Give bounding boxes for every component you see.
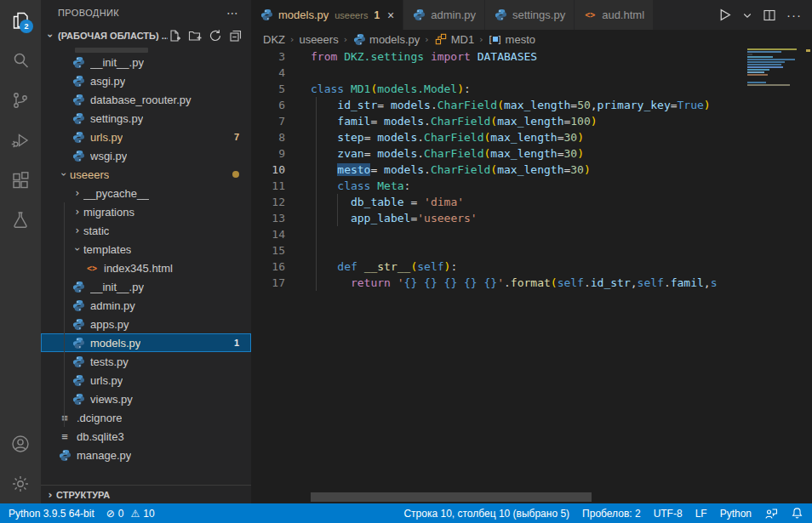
code-line[interactable]: 5class MD1(models.Model): [251,81,747,97]
code-line[interactable]: 13 app_label='useeers' [251,210,747,226]
breadcrumb-item-models-py[interactable]: models.py [352,32,420,46]
account-icon[interactable] [0,424,41,463]
more-actions-icon[interactable]: ⋯ [221,6,244,20]
tree-file-admin-py[interactable]: admin.py [41,296,251,315]
tree-file--dcignore[interactable]: ≡.dcignore [41,408,251,427]
tab-label: aud.html [602,9,644,21]
tab-models-py[interactable]: models.pyuseeers1× [251,0,403,30]
tab-label: admin.py [431,9,476,21]
horizontal-scrollbar[interactable] [311,492,592,502]
run-python-file-icon[interactable] [718,8,732,22]
errors-icon: ⊘ [106,508,115,520]
tree-file-views-py[interactable]: views.py [41,389,251,408]
testing-icon[interactable] [0,200,41,240]
tree-folder-migrations[interactable]: ›migrations [41,202,251,221]
status-indentation[interactable]: Пробелов: 2 [582,508,641,520]
extensions-icon[interactable] [0,160,41,200]
breadcrumb-item-mesto[interactable]: []mesto [489,32,535,46]
tree-file-models-py[interactable]: models.py1 [41,333,251,352]
run-debug-icon[interactable] [0,120,41,160]
tree-folder--pycache-[interactable]: ›__pycache__ [41,184,251,202]
breadcrumb-item-md1[interactable]: MD1 [434,32,474,46]
feedback-icon[interactable] [764,507,778,520]
settings-gear-icon[interactable] [0,463,41,503]
code-line[interactable]: 12 db_table = 'dima' [251,194,747,210]
tree-file-tests-py[interactable]: tests.py [41,352,251,371]
tree-item-badge: 1 [234,338,239,348]
status-encoding[interactable]: UTF-8 [654,508,683,520]
explorer-header: ПРОВОДНИК ⋯ [41,0,251,26]
code-line[interactable]: 3from DKZ.settings import DATABASES [251,48,747,65]
tree-folder-static[interactable]: ›static [41,221,251,240]
code-line[interactable]: 11 class Meta: [251,178,747,194]
status-cursor-position[interactable]: Строка 10, столбец 10 (выбрано 5) [403,508,569,520]
tree-item-label: __pycache__ [83,187,149,200]
tree-file-wsgi-py[interactable]: wsgi.py [41,146,251,165]
tree-file--init-py[interactable]: __init__.py [41,53,251,71]
line-number: 14 [251,226,285,242]
tree-file-apps-py[interactable]: apps.py [41,315,251,333]
explorer-icon[interactable]: 2 [0,0,41,40]
status-python-interpreter[interactable]: Python 3.9.5 64-bit [9,508,94,520]
outline-section-header[interactable]: › СТРУКТУРА [41,485,251,503]
code-line[interactable]: 14 [251,226,747,242]
code-line[interactable]: 10 mesto= models.CharField(max_length=30… [251,162,747,178]
tree-folder-useeers[interactable]: ›useeers [41,165,251,184]
tree-file-urls-py[interactable]: urls.py7 [41,128,251,146]
code-line[interactable]: 7 famil= models.CharField(max_length=100… [251,113,747,129]
code-line[interactable]: 6 id_str= models.CharField(max_length=50… [251,97,747,113]
line-number: 4 [251,65,285,81]
tree-folder-templates[interactable]: ›templates [41,240,251,259]
tree-file-manage-py[interactable]: manage.py [41,446,251,464]
code-line[interactable]: 8 step= models.CharField(max_length=30) [251,129,747,145]
workspace-section-header[interactable]: › (РАБОЧАЯ ОБЛАСТЬ) ... [41,26,251,46]
warnings-icon: ⚠ [130,508,140,520]
code-line[interactable]: 9 zvan= models.CharField(max_length=30) [251,145,747,162]
chevron-right-icon: › [44,489,56,501]
clipped-tree-item [41,46,251,53]
collapse-folders-icon[interactable] [229,29,243,43]
outline-label: СТРУКТУРА [56,490,110,500]
code-editor[interactable]: 3from DKZ.settings import DATABASES45cla… [251,48,747,492]
tab-aud-html[interactable]: <>aud.html [575,0,654,30]
explorer-actions [168,29,243,43]
code-line-text [285,226,311,242]
more-editor-actions-icon[interactable]: ··· [786,8,802,22]
tab-settings-py[interactable]: settings.py [485,0,575,30]
minimap-line [747,82,766,83]
tree-file-index345-html[interactable]: <>index345.html [41,259,251,277]
tree-file-settings-py[interactable]: settings.py [41,109,251,128]
indent-guide [316,97,317,291]
status-problems[interactable]: ⊘0⚠10 [106,508,155,520]
run-dropdown-chevron-icon[interactable] [742,10,752,20]
tree-file-urls-py[interactable]: urls.py [41,371,251,389]
status-language-mode[interactable]: Python [720,508,752,520]
tree-file-db-sqlite3[interactable]: ≡db.sqlite3 [41,427,251,446]
new-file-icon[interactable] [168,29,181,43]
tree-file-database-roouter-py[interactable]: database_roouter.py [41,90,251,109]
minimap[interactable] [747,48,804,503]
code-line[interactable]: 17 return '{} {} {} {} {}'.format(self.i… [251,275,747,291]
line-number: 16 [251,259,285,275]
source-control-icon[interactable] [0,80,41,120]
bell-icon[interactable] [791,507,803,520]
code-line[interactable]: 15 [251,242,747,259]
search-icon[interactable] [0,40,41,80]
tabs: models.pyuseeers1×admin.pysettings.py<>a… [251,0,654,30]
tree-file-asgi-py[interactable]: asgi.py [41,71,251,90]
tree-item-label: __init__.py [90,56,144,69]
tree-item-label: useeers [70,168,109,181]
close-icon[interactable]: × [387,9,394,21]
code-line[interactable]: 4 [251,65,747,81]
tab-bar: models.pyuseeers1×admin.pysettings.py<>a… [251,0,812,30]
breadcrumb-item-useeers[interactable]: useeers [299,33,338,46]
breadcrumb-item-dkz[interactable]: DKZ [263,33,285,46]
new-folder-icon[interactable] [188,29,202,43]
tree-file--init-py[interactable]: __init__.py [41,277,251,296]
python-icon [71,373,85,387]
code-line[interactable]: 16 def __str__(self): [251,259,747,275]
refresh-icon[interactable] [209,29,222,43]
tab-admin-py[interactable]: admin.py [403,0,485,30]
split-editor-icon[interactable] [763,9,776,22]
status-eol[interactable]: LF [695,508,707,520]
